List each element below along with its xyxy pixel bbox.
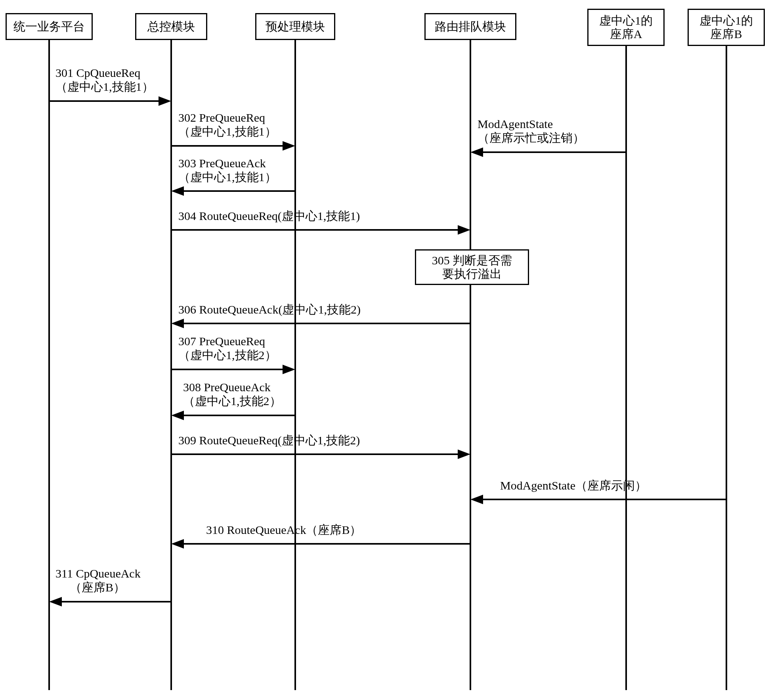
msg-303-label: 303 PreQueueAck （虚中心1,技能1）	[178, 157, 277, 184]
arrow-311	[49, 597, 171, 606]
arrow-303	[171, 186, 295, 196]
msg-308-label: 308 PreQueueAck （虚中心1,技能2）	[183, 381, 281, 408]
lifeline-label: 总控模块	[147, 20, 195, 34]
svg-marker-21	[171, 539, 184, 549]
lifeline-label: 统一业务平台	[13, 20, 85, 34]
arrow-301	[49, 96, 171, 106]
arrow-mas-idle	[470, 495, 726, 504]
msg-mas-idle-label: ModAgentState（座席示闲）	[500, 479, 647, 493]
msg-309-label: 309 RouteQueueReq(虚中心1,技能2)	[178, 434, 360, 448]
lifeline-header-agent-a: 虚中心1的 座席A	[587, 9, 665, 46]
svg-marker-9	[458, 225, 470, 235]
arrow-309	[171, 449, 470, 459]
lifeline-line	[726, 46, 727, 690]
lifeline-header-preprocess: 预处理模块	[255, 13, 335, 40]
arrow-mas-busy	[470, 147, 626, 157]
lifeline-label-line2: 座席A	[610, 27, 642, 40]
arrow-308	[171, 411, 295, 420]
lifeline-header-agent-b: 虚中心1的 座席B	[688, 9, 765, 46]
arrow-302	[171, 141, 295, 151]
note-305-line2: 要执行溢出	[442, 267, 502, 280]
lifeline-label-line1: 虚中心1的	[599, 14, 653, 27]
lifeline-header-route-queue: 路由排队模块	[424, 13, 516, 40]
svg-marker-19	[470, 495, 483, 504]
msg-mas-busy-label: ModAgentState （座席示忙或注销）	[478, 117, 585, 145]
sequence-diagram: 统一业务平台 总控模块 预处理模块 路由排队模块 虚中心1的 座席A 虚中心1的…	[0, 0, 770, 700]
msg-306-label: 306 RouteQueueAck(虚中心1,技能2)	[178, 303, 361, 317]
msg-301-label: 301 CpQueueReq （虚中心1,技能1）	[55, 66, 154, 94]
lifeline-label: 预处理模块	[266, 20, 325, 34]
msg-310-label: 310 RouteQueueAck（座席B）	[206, 523, 361, 537]
msg-307-label: 307 PreQueueReq （虚中心1,技能2）	[178, 335, 277, 362]
svg-marker-5	[470, 147, 483, 157]
lifeline-header-unified-platform: 统一业务平台	[6, 13, 93, 40]
msg-302-label: 302 PreQueueReq （虚中心1,技能1）	[178, 111, 277, 138]
lifeline-label-line2: 座席B	[710, 27, 742, 40]
arrow-306	[171, 319, 470, 328]
note-305: 305 判断是否需 要执行溢出	[415, 249, 529, 285]
lifeline-header-master-control: 总控模块	[135, 13, 207, 40]
msg-311-label: 311 CpQueueAck （座席B）	[55, 567, 141, 594]
svg-marker-1	[159, 96, 171, 106]
svg-marker-7	[171, 186, 184, 196]
svg-marker-17	[458, 449, 470, 459]
note-305-line1: 305 判断是否需	[432, 254, 512, 267]
lifeline-label: 路由排队模块	[435, 20, 506, 34]
lifeline-line	[48, 40, 50, 690]
arrow-307	[171, 365, 295, 374]
lifeline-line	[625, 46, 627, 690]
arrow-304	[171, 225, 470, 235]
arrow-310	[171, 539, 470, 549]
svg-marker-3	[283, 141, 295, 151]
svg-marker-13	[283, 365, 295, 374]
svg-marker-11	[171, 319, 184, 328]
svg-marker-15	[171, 411, 184, 420]
lifeline-label-line1: 虚中心1的	[699, 14, 753, 27]
msg-304-label: 304 RouteQueueReq(虚中心1,技能1)	[178, 209, 360, 223]
lifeline-line	[470, 40, 471, 690]
svg-marker-23	[49, 597, 62, 606]
